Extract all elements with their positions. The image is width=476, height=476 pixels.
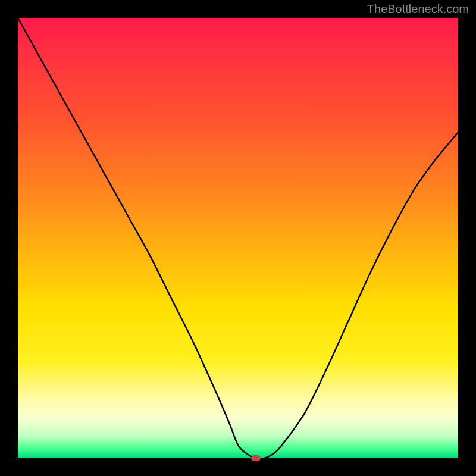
optimal-point-marker [251,455,261,461]
plot-area [18,18,458,458]
watermark-text: TheBottleneck.com [367,2,469,16]
curve-svg [18,18,458,458]
bottleneck-curve [18,18,458,458]
